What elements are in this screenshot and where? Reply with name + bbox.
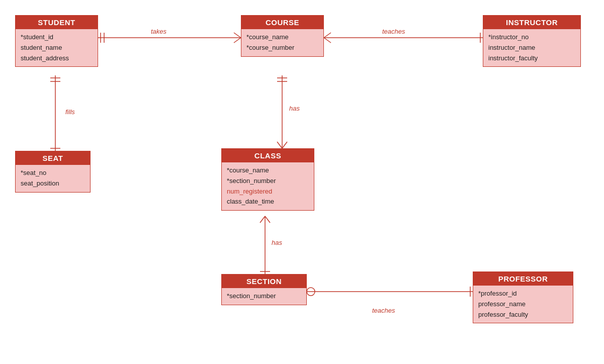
professor-title: PROFESSOR [473,272,573,286]
svg-line-22 [265,216,270,223]
diagram: takes teaches fills has has teaches STUD… [0,0,604,364]
student-body: *student_id student_name student_address [16,29,98,66]
class-field-1: *course_name [227,165,309,176]
course-field-1: *course_name [246,32,318,43]
student-title: STUDENT [16,16,98,29]
instructor-field-3: instructor_faculty [488,53,575,64]
has-course-class-label: has [289,105,300,112]
seat-body: *seat_no seat_position [16,165,90,192]
course-entity: COURSE *course_name *course_number [241,15,324,57]
svg-line-8 [324,38,331,43]
class-field-4: class_date_time [227,197,309,207]
teaches-instructor-label: teaches [382,28,405,35]
svg-line-19 [282,142,287,148]
svg-line-18 [277,142,282,148]
professor-field-3: professor_faculty [478,310,568,320]
class-field-3: num_registered [227,187,309,197]
student-field-2: student_name [21,43,93,53]
section-field-1: *section_number [227,291,301,302]
svg-line-4 [234,38,241,43]
professor-field-2: professor_name [478,299,568,310]
seat-field-1: *seat_no [21,168,85,178]
svg-point-26 [307,288,315,296]
has-class-section-label: has [272,239,282,246]
section-body: *section_number [222,288,306,305]
student-field-3: student_address [21,53,93,64]
instructor-title: INSTRUCTOR [483,16,580,29]
professor-body: *professor_id professor_name professor_f… [473,286,573,323]
section-entity: SECTION *section_number [221,274,307,305]
class-entity: CLASS *course_name *section_number num_r… [221,148,314,211]
svg-line-21 [260,216,265,223]
class-body: *course_name *section_number num_registe… [222,162,314,210]
course-title: COURSE [241,16,323,29]
instructor-body: *instructor_no instructor_name instructo… [483,29,580,66]
instructor-entity: INSTRUCTOR *instructor_no instructor_nam… [483,15,581,67]
seat-title: SEAT [16,151,90,165]
instructor-field-2: instructor_name [488,43,575,53]
student-entity: STUDENT *student_id student_name student… [15,15,98,67]
svg-line-3 [234,33,241,38]
fills-label: fills [65,108,75,116]
professor-field-1: *professor_id [478,289,568,299]
course-field-2: *course_number [246,43,318,53]
section-title: SECTION [222,275,306,288]
seat-field-2: seat_position [21,178,85,189]
svg-line-7 [324,33,331,38]
teaches-professor-label: teaches [372,307,395,314]
professor-entity: PROFESSOR *professor_id professor_name p… [473,271,573,323]
class-field-2: *section_number [227,176,309,187]
seat-entity: SEAT *seat_no seat_position [15,151,91,193]
student-field-1: *student_id [21,32,93,43]
instructor-field-1: *instructor_no [488,32,575,43]
takes-label: takes [151,28,166,35]
class-title: CLASS [222,149,314,162]
course-body: *course_name *course_number [241,29,323,56]
